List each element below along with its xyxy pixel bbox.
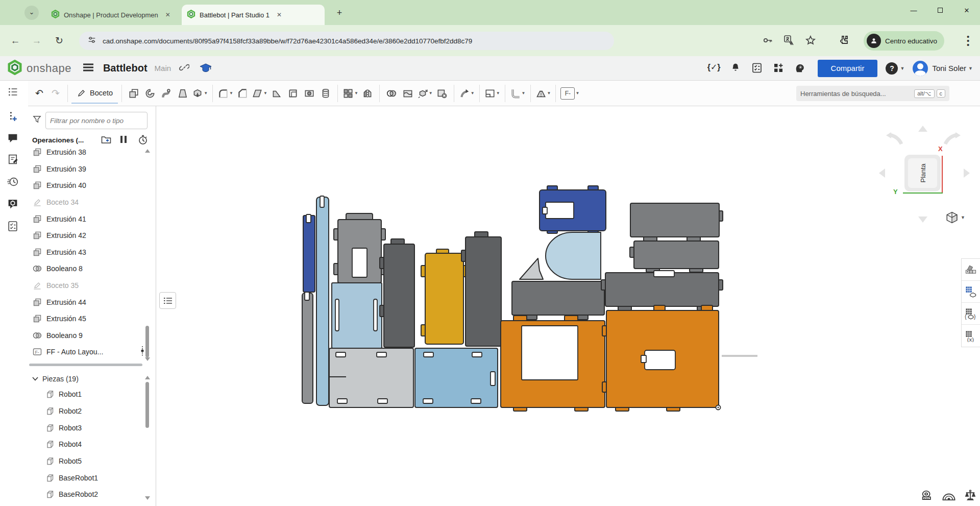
feature-row[interactable]: Boceto 35: [28, 277, 152, 294]
feature-row[interactable]: Extrusión 39: [28, 161, 152, 178]
gray-bar-long[interactable]: [601, 271, 723, 310]
toolbar-search-field[interactable]: Herramientas de búsqueda... alt/⌥ c: [796, 86, 949, 101]
feature-list-flyout-button[interactable]: [159, 292, 176, 309]
feature-row[interactable]: Boceto 34: [28, 194, 152, 211]
viewcube-rotate-left-icon[interactable]: [879, 168, 885, 178]
ops-scroll-up-icon[interactable]: [145, 149, 150, 153]
thicken-button[interactable]: ▼: [191, 83, 209, 104]
site-info-icon[interactable]: [87, 35, 96, 46]
chassis-orange-right[interactable]: [602, 305, 719, 411]
viewcube-rotate-right-icon[interactable]: [964, 168, 970, 178]
darkgray-plate-2[interactable]: [461, 232, 501, 346]
pieces-scroll-up-icon[interactable]: [145, 376, 150, 379]
share-button[interactable]: Compartir: [818, 60, 878, 77]
filter-input[interactable]: [45, 112, 148, 129]
variable-table-button[interactable]: (x): [962, 325, 980, 347]
featurescript-check-icon[interactable]: {✓}: [707, 62, 721, 75]
viewcube-rotate-up-icon[interactable]: [918, 126, 927, 132]
configuration-table-button[interactable]: {}: [962, 303, 980, 325]
user-name[interactable]: Toni Soler: [932, 64, 966, 73]
gray-bracket[interactable]: [334, 213, 385, 283]
viewcube-face-planta[interactable]: Planta: [904, 155, 941, 191]
darkgray-plate-1[interactable]: [380, 239, 414, 347]
piece-row[interactable]: Robot5: [28, 453, 152, 470]
browser-tab-battlebot[interactable]: Battlebot | Part Studio 1 ✕: [182, 5, 325, 25]
edit-document-icon[interactable]: [7, 153, 22, 168]
new-tab-button[interactable]: +: [333, 7, 346, 20]
feature-list-icon[interactable]: [7, 86, 22, 101]
share-link-icon[interactable]: [179, 62, 191, 75]
viewcube-rotate-down-icon[interactable]: [918, 216, 927, 223]
tab-close-icon[interactable]: ✕: [275, 10, 284, 19]
window-minimize-button[interactable]: —: [900, 0, 927, 20]
forward-button[interactable]: →: [30, 34, 44, 48]
view-options-caret-icon[interactable]: ▼: [961, 215, 965, 220]
appearance-panel-button[interactable]: [962, 259, 980, 281]
sheet-metal-button[interactable]: ▼: [458, 83, 476, 104]
piece-row[interactable]: BaseRobot2: [28, 486, 152, 503]
gray-bar-mid[interactable]: [630, 241, 719, 272]
workspace-name[interactable]: Main: [155, 64, 172, 73]
extensions-puzzle-icon[interactable]: [839, 34, 852, 47]
flange-button[interactable]: ▼: [509, 83, 527, 104]
piece-row[interactable]: Robot2: [28, 403, 152, 420]
help-button[interactable]: ?: [886, 62, 898, 75]
tab-search-chevron-icon[interactable]: ⌄: [24, 6, 39, 20]
learning-center-icon[interactable]: [794, 62, 806, 75]
password-key-icon[interactable]: [762, 34, 775, 47]
browser-profile-chip[interactable]: Centro educativo: [864, 31, 944, 51]
chamfer-button[interactable]: [234, 83, 251, 104]
ops-scroll-down-icon[interactable]: [145, 357, 150, 361]
back-button[interactable]: ←: [8, 34, 22, 48]
robot-bar-gray[interactable]: [302, 292, 313, 403]
mirror-button[interactable]: [359, 83, 376, 104]
feature-row[interactable]: Extrusión 44: [28, 294, 152, 310]
browser-tab-onshape-home[interactable]: Onshape | Product Developmen ✕: [46, 5, 180, 25]
piece-row[interactable]: Robot3: [28, 419, 152, 436]
undo-button[interactable]: ↶: [31, 83, 47, 104]
part-table-button[interactable]: [962, 281, 980, 303]
motor-plate-navy[interactable]: [540, 186, 606, 233]
revolve-button[interactable]: [142, 83, 158, 104]
feature-row[interactable]: Extrusión 43: [28, 244, 152, 261]
piece-row[interactable]: Robot4: [28, 436, 152, 453]
drawing-plane-button[interactable]: ▼: [483, 83, 501, 104]
feature-row[interactable]: Extrusión 42: [28, 227, 152, 244]
help-caret-icon[interactable]: ▼: [900, 66, 904, 71]
wheel-plate-lightblue[interactable]: [546, 232, 601, 279]
pieces-scrollbar-thumb[interactable]: [145, 382, 149, 428]
checklist-icon[interactable]: [7, 220, 22, 235]
loft-button[interactable]: [175, 83, 191, 104]
yellow-plate[interactable]: [421, 249, 467, 344]
redo-button[interactable]: ↷: [47, 83, 64, 104]
ops-horizontal-scrollbar[interactable]: [29, 364, 142, 366]
pieces-scroll-down-icon[interactable]: [145, 496, 150, 500]
draft-button[interactable]: ▼: [251, 83, 268, 104]
app-store-icon[interactable]: [773, 62, 785, 75]
education-cap-icon[interactable]: [200, 62, 212, 75]
user-avatar[interactable]: [913, 61, 928, 76]
notifications-bell-icon[interactable]: [730, 62, 742, 75]
viewcube-roll-cw-icon[interactable]: [943, 132, 964, 147]
window-close-button[interactable]: ✕: [953, 0, 980, 20]
reload-button[interactable]: ↻: [52, 34, 66, 48]
address-bar[interactable]: cad.onshape.com/documents/80f95a97f4158f…: [79, 32, 614, 50]
protractor-icon[interactable]: [940, 488, 958, 503]
sweep-button[interactable]: [158, 83, 175, 104]
comment-icon[interactable]: [7, 132, 22, 147]
search-community-icon[interactable]: [7, 198, 22, 213]
base-plate-gray[interactable]: [329, 348, 413, 407]
gray-rail[interactable]: [512, 281, 608, 320]
gray-bar-top[interactable]: [630, 203, 723, 242]
ops-scrollbar-thumb[interactable]: [145, 326, 149, 357]
feature-row[interactable]: Extrusión 41: [28, 210, 152, 227]
bookmark-star-icon[interactable]: [804, 34, 818, 47]
view-options-cube-button[interactable]: ▼: [945, 211, 965, 224]
piece-row[interactable]: Robot1: [28, 386, 152, 403]
onshape-logo[interactable]: [7, 60, 22, 77]
split-button[interactable]: [400, 83, 416, 104]
robot-bar-lightblue[interactable]: [316, 196, 329, 405]
base-plate-blue[interactable]: [415, 348, 498, 407]
pieces-section-header[interactable]: Piezas (19): [32, 372, 79, 385]
extrude-button[interactable]: [126, 83, 142, 104]
